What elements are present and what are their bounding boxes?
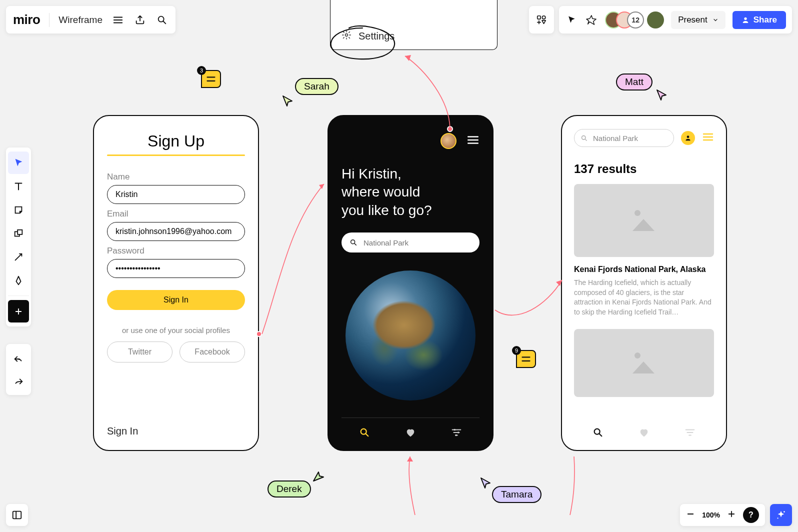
name-field[interactable] bbox=[107, 185, 245, 204]
redo-button[interactable] bbox=[8, 370, 29, 392]
cursor-tool-icon[interactable] bbox=[565, 14, 578, 26]
board-title[interactable]: Wireframe bbox=[58, 14, 102, 26]
header-left-group: miro Wireframe bbox=[6, 6, 176, 34]
password-label: Password bbox=[107, 246, 245, 256]
cursor-pointer-icon bbox=[655, 88, 669, 102]
connector-arrow[interactable] bbox=[565, 452, 595, 518]
signup-frame[interactable]: Sign Up Name Email Password Sign In or u… bbox=[93, 115, 259, 451]
home-search-field[interactable] bbox=[342, 232, 480, 252]
svg-point-0 bbox=[158, 16, 164, 22]
text-tool[interactable] bbox=[8, 175, 29, 198]
collaborator-cursor-sarah: Sarah bbox=[295, 78, 338, 95]
earth-image bbox=[346, 270, 476, 400]
reactions-icon[interactable] bbox=[585, 14, 598, 26]
facebook-button[interactable]: Facebook bbox=[180, 342, 245, 362]
zoom-controls: 100% ? bbox=[680, 504, 792, 526]
hamburger-icon[interactable] bbox=[112, 14, 124, 26]
connector-arrow[interactable] bbox=[395, 452, 425, 518]
search-nav-icon[interactable] bbox=[592, 427, 604, 440]
sign-in-button[interactable]: Sign In bbox=[107, 290, 245, 310]
filter-nav-icon[interactable] bbox=[451, 427, 462, 440]
email-label: Email bbox=[107, 209, 245, 219]
miro-logo[interactable]: miro bbox=[13, 12, 40, 28]
avatar-stack[interactable]: 12 bbox=[605, 12, 664, 28]
home-bottom-nav bbox=[342, 418, 480, 440]
results-user-avatar[interactable] bbox=[681, 131, 695, 145]
heart-nav-icon[interactable] bbox=[405, 427, 416, 440]
pen-tool[interactable] bbox=[8, 269, 29, 292]
cursor-pointer-icon bbox=[479, 476, 493, 490]
present-button[interactable]: Present bbox=[671, 11, 726, 29]
svg-point-17 bbox=[777, 518, 778, 518]
undo-redo-group bbox=[6, 344, 31, 395]
svg-point-1 bbox=[346, 34, 348, 36]
apps-button-group bbox=[529, 6, 554, 34]
export-icon[interactable] bbox=[134, 14, 146, 26]
apps-icon[interactable] bbox=[535, 14, 548, 26]
comment-thread[interactable]: 9 bbox=[516, 350, 536, 368]
toolbar-divider bbox=[8, 296, 29, 296]
connector-endpoint[interactable] bbox=[447, 126, 453, 132]
avatar-overflow-count[interactable]: 12 bbox=[627, 12, 644, 28]
select-tool[interactable] bbox=[8, 152, 29, 174]
sparkle-icon bbox=[776, 510, 786, 520]
undo-button[interactable] bbox=[8, 347, 29, 370]
left-toolbar bbox=[6, 148, 31, 326]
collaborators-group: 12 Present Share bbox=[559, 6, 792, 34]
connector-arrow[interactable] bbox=[259, 180, 334, 340]
person-icon bbox=[742, 16, 750, 24]
collaborator-cursor-matt: Matt bbox=[616, 74, 652, 90]
search-icon[interactable] bbox=[156, 14, 168, 26]
sign-in-link[interactable]: Sign In bbox=[107, 426, 138, 437]
result-card-title: Kenai Fjords National Park, Alaska bbox=[574, 265, 714, 274]
hamburger-icon[interactable] bbox=[702, 131, 714, 145]
svg-point-12 bbox=[582, 136, 586, 140]
image-placeholder-icon bbox=[630, 352, 658, 374]
twitter-button[interactable]: Twitter bbox=[107, 342, 172, 362]
home-search-input[interactable] bbox=[364, 238, 472, 247]
share-label: Share bbox=[754, 15, 777, 25]
comment-count: 9 bbox=[512, 346, 521, 355]
shapes-tool[interactable] bbox=[8, 222, 29, 244]
home-frame[interactable]: Hi Kristin, where would you like to go? bbox=[328, 115, 494, 451]
signup-title: Sign Up bbox=[107, 132, 245, 150]
result-card-description: The Harding Icefield, which is actually … bbox=[574, 278, 714, 317]
connector-endpoint[interactable] bbox=[256, 331, 262, 337]
title-underline bbox=[107, 154, 245, 156]
results-count: 137 results bbox=[574, 162, 714, 176]
results-frame[interactable]: National Park 137 results Kenai Fjords N… bbox=[561, 115, 727, 451]
heart-nav-icon[interactable] bbox=[638, 427, 650, 440]
zoom-out-button[interactable] bbox=[686, 510, 695, 520]
zoom-in-button[interactable] bbox=[727, 510, 736, 520]
zoom-level[interactable]: 100% bbox=[702, 511, 720, 519]
chevron-down-icon bbox=[712, 17, 718, 23]
frame-navigator-button[interactable] bbox=[6, 504, 28, 526]
result-card-image[interactable] bbox=[574, 329, 714, 397]
result-card-image[interactable] bbox=[574, 184, 714, 257]
email-field[interactable] bbox=[107, 222, 245, 241]
avatar[interactable] bbox=[647, 12, 664, 28]
or-divider-text: or use one of your social profiles bbox=[107, 326, 245, 334]
svg-point-10 bbox=[458, 432, 460, 434]
search-nav-icon[interactable] bbox=[359, 427, 370, 440]
profile-avatar[interactable] bbox=[440, 133, 456, 149]
share-button[interactable]: Share bbox=[732, 11, 786, 29]
sticky-note-tool[interactable] bbox=[8, 198, 29, 221]
svg-point-11 bbox=[455, 434, 457, 436]
password-field[interactable] bbox=[107, 259, 245, 278]
hamburger-icon[interactable] bbox=[466, 134, 480, 148]
help-button[interactable]: ? bbox=[743, 507, 759, 523]
comment-thread[interactable]: 3 bbox=[201, 70, 221, 88]
add-tool[interactable] bbox=[8, 300, 29, 322]
connector-tool[interactable] bbox=[8, 246, 29, 268]
collaborator-cursor-derek: Derek bbox=[268, 480, 311, 498]
header-right-group: 12 Present Share bbox=[529, 6, 792, 34]
cursor-pointer-icon bbox=[312, 469, 326, 483]
settings-dropdown[interactable]: Settings bbox=[330, 0, 498, 50]
svg-point-7 bbox=[351, 240, 355, 244]
connector-arrow[interactable] bbox=[492, 275, 567, 335]
results-search-field[interactable]: National Park bbox=[574, 129, 674, 147]
filter-nav-icon[interactable] bbox=[684, 427, 696, 440]
cursor-pointer-icon bbox=[281, 94, 295, 108]
ai-assist-button[interactable] bbox=[770, 504, 792, 526]
